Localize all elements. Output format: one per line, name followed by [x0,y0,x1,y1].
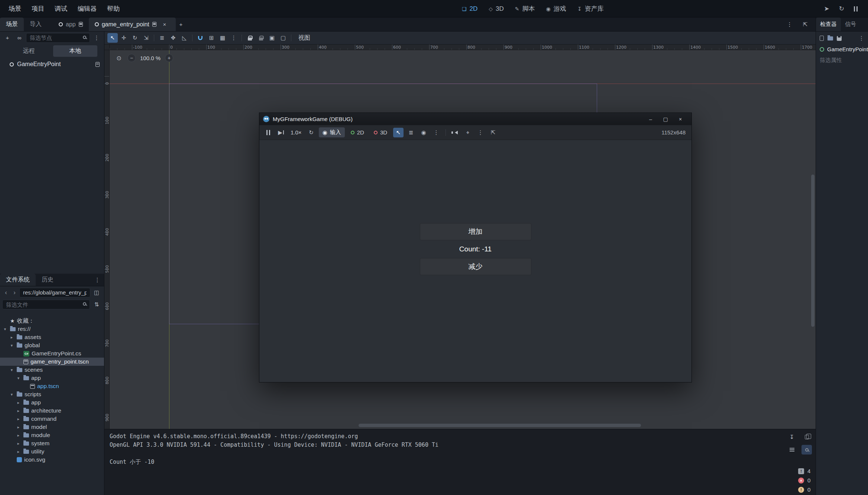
expand-arrow-icon[interactable]: ▾ [2,327,8,332]
node-list-icon[interactable]: ≣ [406,128,416,137]
workspace-assetlib-button[interactable]: ↧ 资产库 [574,3,608,15]
menu-scene[interactable]: 场景 [4,3,26,15]
camera-menu-icon[interactable]: ⋮ [475,128,486,137]
show-grid-icon[interactable]: ▦ [217,33,228,43]
decrease-button[interactable]: 减少 [420,258,531,275]
close-window-icon[interactable]: × [673,113,688,125]
load-resource-icon[interactable] [827,36,833,40]
menu-project[interactable]: 项目 [27,3,49,15]
input-toggle-button[interactable]: ◉ 输入 [319,127,345,137]
tree-item-folder[interactable]: ▸ module [0,431,104,439]
suspend-game-icon[interactable] [263,128,273,137]
tab-history[interactable]: 历史 [36,274,59,286]
expand-arrow-icon[interactable]: ▸ [16,433,21,438]
tree-item-file-selected[interactable]: game_entry_point.tscn [0,358,104,366]
expand-arrow-icon[interactable]: ▾ [16,376,21,381]
ruler-tool-icon[interactable]: ◺ [179,33,190,43]
attached-script-icon[interactable] [95,62,100,67]
tree-item-folder[interactable]: ▸ utility [0,447,104,456]
tree-item-folder[interactable]: ▾ scripts [0,390,104,398]
add-node-button[interactable]: + [2,33,13,43]
tree-item-file[interactable]: app.tscn [0,382,104,390]
inspected-node[interactable]: GameEntryPoint... [816,44,868,54]
search-output-icon[interactable] [801,445,812,455]
forward-icon[interactable]: › [11,288,18,297]
tab-signals[interactable]: 信号 [841,17,860,31]
view-menu-button[interactable]: 视图 [294,33,315,43]
close-tab-icon[interactable]: × [159,20,170,29]
tree-item-folder[interactable]: ▾ scenes [0,366,104,374]
pause-game-icon[interactable] [854,6,858,12]
tree-item-folder[interactable]: ▸ architecture [0,407,104,415]
vertical-scrollbar[interactable] [811,175,814,327]
time-scale-label[interactable]: 1.0× [288,129,304,136]
scene-tab-game-entry-point[interactable]: game_entry_point × [89,17,176,31]
pan-tool-icon[interactable]: ✥ [168,33,178,43]
tree-item-folder[interactable]: ▸ system [0,439,104,447]
move-tool-icon[interactable]: ✛ [119,33,129,43]
local-button[interactable]: 本地 [53,45,97,57]
debug-options-menu-icon[interactable]: ⋮ [431,128,441,137]
workspace-2d-button[interactable]: ❏ 2D [458,3,481,14]
minimize-window-icon[interactable]: – [643,113,658,125]
debug-3d-toggle[interactable]: 3D [370,128,391,137]
current-path-input[interactable] [19,288,90,297]
tree-item-folder[interactable]: ▸ app [0,398,104,407]
scene-tabs-menu-icon[interactable]: ⋮ [784,20,795,29]
expand-viewport-icon[interactable]: ⇱ [800,20,810,29]
new-resource-icon[interactable] [820,36,824,41]
center-view-icon[interactable]: ⊙ [115,54,123,62]
camera-override-icon[interactable]: ⌖ [463,128,473,137]
restart-game-icon[interactable]: ↻ [839,5,844,13]
toggle-split-mode-icon[interactable]: ◫ [91,288,102,297]
tree-item-folder[interactable]: ▾ app [0,374,104,382]
expand-arrow-icon[interactable]: ▾ [9,392,14,397]
tree-item-folder[interactable]: ▸ assets [0,333,104,341]
zoom-in-button[interactable]: + [165,54,173,62]
instantiate-scene-icon[interactable]: ∞ [14,33,25,43]
next-frame-icon[interactable]: ▶ [276,128,286,137]
pick-node-tool-icon[interactable]: ↖ [393,128,404,137]
menu-debug[interactable]: 调试 [50,3,72,15]
expand-arrow-icon[interactable]: ▾ [9,368,14,372]
group-node-icon[interactable]: ▣ [267,33,277,43]
unlock-node-icon[interactable] [256,33,266,43]
filesystem-menu-icon[interactable]: ⋮ [92,275,103,285]
horizontal-scrollbar[interactable] [359,424,641,427]
dock-tab-import[interactable]: 导入 [24,17,48,31]
save-resource-icon[interactable] [837,36,842,41]
scene-dock-menu-icon[interactable]: ⋮ [91,33,102,43]
restart-game-icon[interactable]: ↻ [306,128,317,137]
add-scene-tab-button[interactable]: + [176,20,186,29]
scroll-to-bottom-icon[interactable]: ↧ [787,432,797,442]
sort-files-icon[interactable]: ⇅ [91,300,102,309]
dock-tab-scene[interactable]: 场景 [0,17,24,31]
tab-filesystem[interactable]: 文件系统 [0,274,36,286]
mute-audio-icon[interactable] [450,128,460,137]
output-console[interactable]: Godot Engine v4.6.stable.mono.official.8… [110,432,781,466]
message-count-filter[interactable]: ! 4 [798,468,813,474]
tree-item-file[interactable]: C# GameEntryPoint.cs [0,349,104,358]
game-debug-window[interactable]: MyGFrameworkGame (DEBUG) – ▢ × ▶ 1.0× ↻ … [259,113,692,382]
grid-snap-icon[interactable]: ⊞ [206,33,217,43]
game-input-cursor-icon[interactable]: ➤ [824,5,829,13]
tree-item-file[interactable]: icon.svg [0,456,104,464]
expand-arrow-icon[interactable]: ▸ [16,441,21,446]
tree-item-favorites[interactable]: ★ 收藏： [0,317,104,325]
zoom-level[interactable]: 100.0 % [140,55,161,61]
menu-editor[interactable]: 编辑器 [73,3,101,15]
remote-button[interactable]: 远程 [7,45,51,57]
scale-tool-icon[interactable]: ⇲ [141,33,151,43]
use-snap-icon[interactable] [195,33,205,43]
fullscreen-icon[interactable]: ⇱ [488,128,498,137]
game-render-area[interactable]: 增加 Count: -11 减少 [259,140,692,382]
workspace-3d-button[interactable]: ◇ 3D [485,3,508,14]
filter-properties-field[interactable]: 筛选属性 [816,54,868,66]
expand-arrow-icon[interactable]: ▸ [16,408,21,413]
expand-arrow-icon[interactable]: ▸ [9,335,14,340]
expand-arrow-icon[interactable]: ▾ [9,343,14,348]
snap-options-menu-icon[interactable]: ⋮ [229,33,239,43]
warning-count-filter[interactable]: ! 0 [798,486,813,493]
debug-2d-toggle[interactable]: 2D [347,128,368,137]
expand-arrow-icon[interactable]: ▸ [16,449,21,454]
